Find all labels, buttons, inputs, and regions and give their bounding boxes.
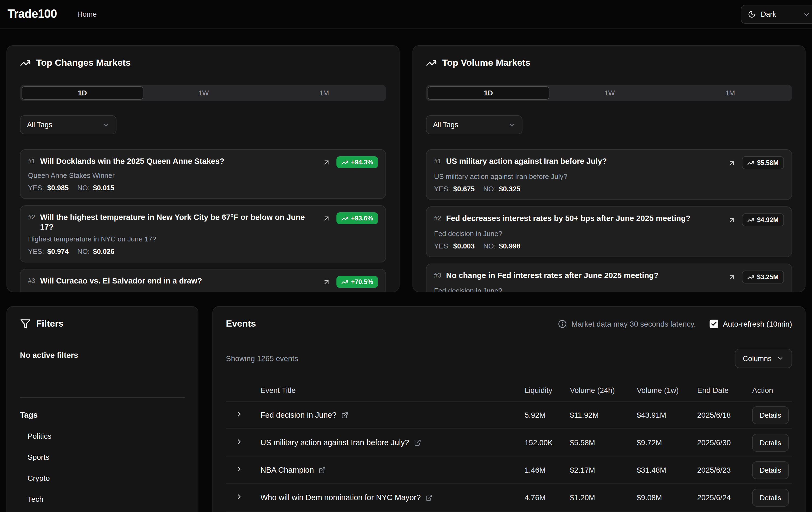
tags-filter-select[interactable]: All Tags xyxy=(426,115,522,134)
nav-link-home[interactable]: Home xyxy=(77,10,97,18)
market-list: #1 Will Docklands win the 2025 Queen Ann… xyxy=(20,149,386,292)
market-subtitle: Queen Anne Stakes Winner xyxy=(28,171,378,179)
volume-badge: $5.58M xyxy=(742,156,784,169)
details-button[interactable]: Details xyxy=(752,406,789,424)
tag-item-sports[interactable]: Sports xyxy=(20,453,185,461)
volume-24h-value: $1.20M xyxy=(570,493,637,502)
arrow-up-right-icon[interactable] xyxy=(728,216,736,224)
events-table: Event Title Liquidity Volume (24h) Volum… xyxy=(226,379,792,511)
card-title: Top Changes Markets xyxy=(36,58,131,68)
tab-1m[interactable]: 1M xyxy=(264,86,384,100)
tab-1d[interactable]: 1D xyxy=(22,86,143,100)
change-value: +94.3% xyxy=(351,158,373,166)
col-end-date: End Date xyxy=(697,386,752,394)
col-action: Action xyxy=(752,386,792,394)
external-link-icon[interactable] xyxy=(319,466,326,474)
details-button[interactable]: Details xyxy=(752,461,789,479)
market-item[interactable]: #3 No change in Fed interest rates after… xyxy=(426,264,792,292)
event-title[interactable]: Who will win Dem nomination for NYC Mayo… xyxy=(260,493,421,502)
external-link-icon[interactable] xyxy=(426,494,433,501)
chevron-right-icon[interactable] xyxy=(235,465,243,473)
market-rank: #2 xyxy=(28,213,35,221)
app: Trade100 Home Dark Top Changes Markets xyxy=(0,0,812,512)
external-link-icon[interactable] xyxy=(341,412,348,419)
market-item[interactable]: #3 Will Curacao vs. El Salvador end in a… xyxy=(20,269,386,292)
chevron-right-icon[interactable] xyxy=(235,410,243,418)
end-date-value: 2025/6/24 xyxy=(697,493,752,502)
no-label: NO: xyxy=(77,248,90,256)
chevron-right-icon[interactable] xyxy=(235,492,243,501)
tab-1w[interactable]: 1W xyxy=(143,86,264,100)
market-rank: #3 xyxy=(434,272,441,279)
col-event-title: Event Title xyxy=(260,386,525,394)
volume-1w-value: $9.08M xyxy=(637,493,697,502)
arrow-up-right-icon[interactable] xyxy=(728,273,736,281)
volume-value: $5.58M xyxy=(757,159,779,167)
trending-up-icon xyxy=(341,159,348,166)
arrow-up-right-icon[interactable] xyxy=(728,159,736,167)
volume-24h-value: $5.58M xyxy=(570,438,637,447)
tag-item-crypto[interactable]: Crypto xyxy=(20,474,185,482)
table-row: Who will win Dem nomination for NYC Mayo… xyxy=(226,484,792,511)
market-rank: #1 xyxy=(434,157,441,165)
tags-filter-select[interactable]: All Tags xyxy=(20,115,116,134)
no-price: $0.026 xyxy=(93,248,115,256)
tab-1m[interactable]: 1M xyxy=(670,86,790,100)
tags-filter-value: All Tags xyxy=(27,121,52,129)
details-button[interactable]: Details xyxy=(752,488,789,506)
market-item[interactable]: #1 Will Docklands win the 2025 Queen Ann… xyxy=(20,149,386,199)
end-date-value: 2025/6/23 xyxy=(697,465,752,474)
event-title[interactable]: US military action against Iran before J… xyxy=(260,438,409,447)
trending-up-icon xyxy=(20,58,31,68)
table-row: NBA Champion 1.46M $2.17M $31.48M 2025/6… xyxy=(226,456,792,484)
filters-header: Filters xyxy=(20,319,185,329)
no-price: $0.325 xyxy=(499,185,521,193)
yes-price: $0.974 xyxy=(47,248,69,256)
arrow-up-right-icon[interactable] xyxy=(322,278,330,286)
tag-item-politics[interactable]: Politics xyxy=(20,432,185,440)
columns-button[interactable]: Columns xyxy=(735,349,792,368)
market-item[interactable]: #2 Fed decreases interest rates by 50+ b… xyxy=(426,206,792,257)
tab-1d[interactable]: 1D xyxy=(428,86,549,100)
chevron-down-icon xyxy=(102,121,110,128)
auto-refresh-checkbox[interactable] xyxy=(709,320,718,328)
no-label: NO: xyxy=(77,184,90,192)
theme-select[interactable]: Dark xyxy=(741,5,812,24)
external-link-icon[interactable] xyxy=(414,439,421,446)
tab-1w[interactable]: 1W xyxy=(549,86,670,100)
arrow-up-right-icon[interactable] xyxy=(322,158,330,166)
market-item[interactable]: #2 Will the highest temperature in New Y… xyxy=(20,205,386,263)
volume-24h-value: $11.92M xyxy=(570,411,637,419)
check-icon xyxy=(710,321,717,327)
market-subtitle: Highest temperature in NYC on June 17? xyxy=(28,235,378,243)
chevron-right-icon[interactable] xyxy=(235,438,243,446)
details-button[interactable]: Details xyxy=(752,433,789,451)
tag-item-tech[interactable]: Tech xyxy=(20,495,185,503)
top-volume-header: Top Volume Markets xyxy=(426,58,792,68)
top-changes-header: Top Changes Markets xyxy=(20,58,386,68)
tags-filter-value: All Tags xyxy=(433,121,458,129)
volume-value: $4.92M xyxy=(757,216,779,224)
period-tabs: 1D 1W 1M xyxy=(426,85,792,101)
trending-up-icon xyxy=(747,159,754,166)
table-header-row: Event Title Liquidity Volume (24h) Volum… xyxy=(226,379,792,401)
market-prices: YES: $0.675 NO: $0.325 xyxy=(434,185,784,193)
volume-24h-value: $2.17M xyxy=(570,465,637,474)
event-title[interactable]: NBA Champion xyxy=(260,465,314,474)
info-icon xyxy=(558,320,567,328)
top-volume-card: Top Volume Markets 1D 1W 1M All Tags xyxy=(412,45,806,292)
change-badge: +70.5% xyxy=(337,276,378,288)
market-rank: #2 xyxy=(434,214,441,222)
volume-1w-value: $43.91M xyxy=(637,411,697,419)
liquidity-value: 152.00K xyxy=(525,438,570,447)
card-title: Top Volume Markets xyxy=(442,58,530,68)
arrow-up-right-icon[interactable] xyxy=(322,214,330,222)
market-item[interactable]: #1 US military action against Iran befor… xyxy=(426,149,792,200)
event-title[interactable]: Fed decision in June? xyxy=(260,411,337,419)
market-rank: #3 xyxy=(28,277,35,285)
volume-badge: $4.92M xyxy=(742,213,784,227)
events-header: Events Market data may 30 seconds latenc… xyxy=(226,319,792,329)
period-tabs: 1D 1W 1M xyxy=(20,85,386,101)
events-toolbar: Showing 1265 events Columns xyxy=(226,349,792,368)
market-subtitle: US military action against Iran before J… xyxy=(434,173,784,181)
